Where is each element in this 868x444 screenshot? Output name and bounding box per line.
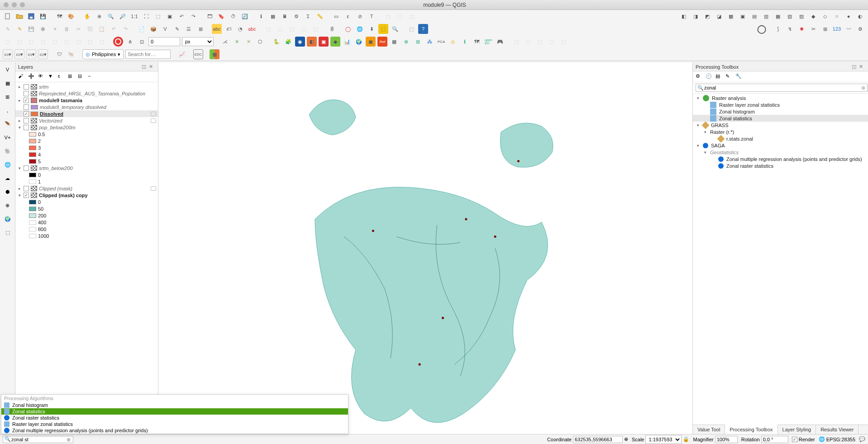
select-dropdown-icon[interactable]: ▭▾ <box>14 49 24 59</box>
plugin-icon[interactable]: ▤ <box>749 11 759 21</box>
layer-item[interactable]: ▸ Clipped (mask) <box>15 185 158 192</box>
plugin-icon[interactable]: ⬚ <box>406 24 416 34</box>
redo-icon[interactable]: ↷ <box>120 24 130 34</box>
new-spatial-bookmark-icon[interactable]: 🔖 <box>216 11 226 21</box>
vertex-tool-icon[interactable]: ✶ <box>50 24 60 34</box>
clear-icon[interactable]: ⊗ <box>67 437 72 442</box>
osm-download-icon[interactable]: 🌐 <box>355 24 365 34</box>
remove-icon[interactable]: − <box>88 73 95 80</box>
plugin-icon[interactable]: ◨ <box>691 11 701 21</box>
new-vector-icon[interactable]: V <box>160 24 170 34</box>
render-checkbox[interactable]: ✓ <box>792 437 797 442</box>
plot-icon[interactable]: 📈 <box>177 49 187 59</box>
intersection-icon[interactable]: ✕ <box>232 37 242 47</box>
legend-item[interactable]: 5 <box>15 158 158 165</box>
options-icon[interactable]: 🔧 <box>735 73 743 80</box>
plugin-icon[interactable]: 🔍 <box>390 24 400 34</box>
temporal-icon[interactable]: ⏱ <box>228 11 238 21</box>
visibility-icon[interactable]: 👁 <box>38 73 45 80</box>
topo-icon[interactable]: 〰 <box>844 24 854 34</box>
curve-icon[interactable]: ⟆ <box>773 24 783 34</box>
trace-icon[interactable]: ↯ <box>785 24 795 34</box>
tab-value-tool[interactable]: Value Tool <box>693 425 725 434</box>
plugin-icon[interactable]: ▩ <box>726 11 736 21</box>
plugin-icon[interactable]: ◩ <box>702 11 712 21</box>
model-icon[interactable]: ⚙ <box>696 73 703 80</box>
select-features-icon[interactable]: ▭ <box>331 11 341 21</box>
plugin-icon[interactable]: ▧ <box>785 11 795 21</box>
toolbox-item[interactable]: ▾Geostatistics <box>693 149 868 156</box>
layer-item[interactable]: ▾ pop_below200m <box>15 124 158 131</box>
plugin-icon[interactable]: Ref <box>377 37 387 47</box>
locator-result[interactable]: Zonal statistics <box>1 408 348 415</box>
plugin-icon[interactable]: ⬚ <box>2 227 13 238</box>
legend-item[interactable]: 0 <box>15 171 158 178</box>
split-icon[interactable]: ✂ <box>808 24 818 34</box>
layer-item[interactable]: ✓ Dissolved <box>15 110 158 117</box>
expand-toggle[interactable]: ▾ <box>696 96 700 100</box>
new-project-icon[interactable] <box>3 11 13 21</box>
history-icon[interactable]: 🕘 <box>706 73 713 80</box>
add-delimited-icon[interactable]: , <box>2 105 13 116</box>
add-vector-icon[interactable]: V <box>2 64 13 75</box>
zoom-in-icon[interactable]: 🔍 <box>106 11 116 21</box>
scale-select[interactable]: 1:1937593 <box>645 435 682 444</box>
layer-item[interactable]: ▸ Vectorized <box>15 117 158 124</box>
expand-toggle[interactable]: ▾ <box>17 166 22 170</box>
locator-result[interactable]: Zonal histogram <box>1 402 348 408</box>
new-shapefile-icon[interactable]: 📄 <box>137 24 147 34</box>
plugin-icon[interactable]: 🌍 <box>354 37 364 47</box>
legend-item[interactable]: 50 <box>15 205 158 212</box>
plugin-icon[interactable]: ⬚ <box>14 37 24 47</box>
collapse-icon[interactable]: ⊟ <box>78 73 85 80</box>
expand-toggle[interactable]: ▾ <box>696 143 700 148</box>
cad-icon[interactable]: ⊞ <box>820 24 830 34</box>
plugin-icon[interactable]: ⬚ <box>523 37 533 47</box>
toolbox-item[interactable]: ▾Raster analysis <box>693 94 868 101</box>
field-calculator-icon[interactable]: 🖩 <box>280 11 290 21</box>
label-tool-icon[interactable]: 🏷 <box>224 24 234 34</box>
toolbox-search-input[interactable] <box>696 84 868 92</box>
locator-result[interactable]: Zonal multiple regression analysis (poin… <box>1 427 348 434</box>
tab-processing-toolbox[interactable]: Processing Toolbox <box>725 425 777 434</box>
plugin-icon[interactable]: ◪ <box>714 11 724 21</box>
offset-icon[interactable]: ✱ <box>796 24 806 34</box>
plugin-icon[interactable]: 📊 <box>342 37 352 47</box>
crs-icon[interactable]: 🌐 <box>819 436 825 442</box>
snap-tolerance-input[interactable] <box>148 37 180 46</box>
plugin-icon[interactable]: ⁂ <box>424 37 434 47</box>
plugin-icon[interactable]: PCA <box>436 37 446 47</box>
tab-layer-styling[interactable]: Layer Styling <box>778 425 816 434</box>
plugin-icon[interactable]: ◧ <box>679 11 689 21</box>
new-mesh-icon[interactable]: ⊞ <box>196 24 205 34</box>
plugin-icon[interactable]: ▦ <box>773 11 783 21</box>
plugin-icon[interactable]: ▨ <box>796 11 806 21</box>
style-manager-icon[interactable]: 🎨 <box>66 11 76 21</box>
toolbox-item[interactable]: Zonal histogram <box>693 108 868 115</box>
pan-to-selection-icon[interactable]: ⊕ <box>94 11 104 21</box>
plugin-icon[interactable]: ▣ <box>366 37 376 47</box>
legend-item[interactable]: 0 <box>15 198 158 205</box>
layer-item[interactable]: ▸ ✓ module9 tasmania <box>15 97 158 104</box>
zoom-next-icon[interactable]: ↷ <box>188 11 198 21</box>
plugin-icon[interactable]: ○ <box>832 11 842 21</box>
visibility-checkbox[interactable] <box>24 84 29 90</box>
plugin-icon[interactable]: ⬚ <box>50 37 60 47</box>
paste-icon[interactable]: 📋 <box>97 24 107 34</box>
plugin-icon[interactable]: ⬚ <box>97 37 107 47</box>
toolbox-item[interactable]: ▾Raster (r.*) <box>693 128 868 135</box>
map-canvas[interactable] <box>158 62 692 434</box>
window-controls[interactable] <box>4 2 25 7</box>
layer-item[interactable]: Reprojected_HRSL_AUS_Tasmania_Population <box>15 90 158 97</box>
add-virtual-icon[interactable]: V+ <box>2 132 13 143</box>
maximize-window-icon[interactable] <box>20 2 25 7</box>
toggle-extents-icon[interactable]: ⊕ <box>624 436 628 442</box>
db-manager-icon[interactable]: 🛢 <box>327 24 337 34</box>
plugin-icon[interactable]: 🗺 <box>472 37 482 47</box>
legend-item[interactable]: 2 <box>15 137 158 144</box>
plugin-icon[interactable]: ⬚ <box>3 37 13 47</box>
add-raster-icon[interactable]: ▦ <box>2 78 13 89</box>
select-by-expression-icon[interactable]: ε <box>343 11 353 21</box>
zoom-native-icon[interactable]: 1:1 <box>129 11 139 21</box>
zoom-selection-icon[interactable]: ⬚ <box>153 11 163 21</box>
